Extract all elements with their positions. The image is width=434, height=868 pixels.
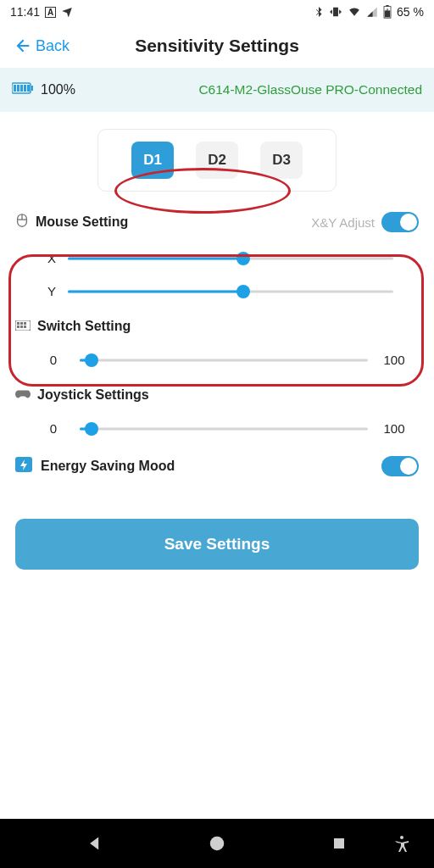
- x-slider-label: X: [41, 251, 56, 265]
- battery-icon: [383, 5, 392, 19]
- mouse-setting-title: Mouse Setting: [36, 214, 128, 230]
- bluetooth-icon: [314, 6, 324, 18]
- wifi-icon: [348, 6, 361, 18]
- joystick-max: 100: [381, 421, 407, 436]
- profile-selector: D1 D2 D3: [97, 129, 337, 192]
- status-time: 11:41: [10, 5, 40, 19]
- status-a-icon: A: [45, 7, 56, 18]
- device-battery: 100%: [41, 82, 75, 97]
- profile-d2[interactable]: D2: [196, 142, 238, 179]
- connection-banner: 100% C614-M2-GlassOuse PRO-Connected: [0, 68, 434, 112]
- switch-setting-title: Switch Setting: [37, 319, 131, 334]
- switch-min: 0: [41, 353, 66, 367]
- svg-rect-18: [20, 326, 23, 328]
- energy-saving-section: Energy Saving Mood: [0, 456, 434, 476]
- device-name: C614-M2-GlassOuse PRO-Connected: [198, 82, 422, 97]
- joystick-min: 0: [41, 421, 66, 436]
- svg-rect-6: [17, 85, 19, 92]
- nav-home-button[interactable]: [200, 826, 234, 860]
- svg-rect-16: [24, 322, 26, 325]
- status-airplane-icon: [61, 5, 73, 19]
- joystick-slider[interactable]: [80, 422, 368, 436]
- battery-full-icon: [12, 82, 34, 97]
- mouse-setting-section: Mouse Setting X&Y Adjust X Y: [0, 212, 434, 298]
- switch-icon: [15, 319, 31, 334]
- android-nav-bar: [0, 819, 434, 868]
- svg-rect-22: [334, 838, 344, 849]
- y-slider-label: Y: [41, 284, 56, 298]
- nav-recent-button[interactable]: [322, 826, 356, 860]
- svg-rect-14: [17, 322, 19, 325]
- switch-slider[interactable]: [80, 353, 368, 367]
- profile-d1[interactable]: D1: [131, 142, 174, 179]
- back-button[interactable]: Back: [14, 37, 70, 55]
- status-battery-pct: 65 %: [397, 5, 424, 19]
- vibrate-icon: [329, 6, 342, 18]
- svg-rect-4: [31, 86, 33, 91]
- switch-setting-section: Switch Setting 0 100: [0, 319, 434, 367]
- energy-icon: [15, 457, 32, 476]
- back-label: Back: [36, 37, 70, 55]
- save-settings-button[interactable]: Save Settings: [15, 519, 419, 570]
- svg-rect-9: [27, 85, 30, 92]
- xy-adjust-label: X&Y Adjust: [311, 215, 375, 230]
- page-title: Sensitivity Settings: [135, 36, 299, 56]
- svg-point-23: [400, 836, 403, 839]
- svg-rect-19: [24, 326, 26, 328]
- svg-rect-8: [24, 85, 26, 92]
- energy-saving-title: Energy Saving Mood: [41, 459, 175, 474]
- svg-rect-2: [385, 10, 390, 17]
- nav-accessibility-button[interactable]: [385, 826, 419, 860]
- nav-back-button[interactable]: [78, 826, 112, 860]
- x-slider[interactable]: [68, 252, 393, 265]
- switch-max: 100: [381, 353, 407, 367]
- xy-adjust-toggle[interactable]: [381, 212, 419, 232]
- svg-rect-1: [386, 5, 388, 7]
- profile-d3[interactable]: D3: [260, 142, 303, 179]
- svg-rect-15: [20, 322, 23, 325]
- svg-point-21: [210, 837, 225, 851]
- y-slider[interactable]: [68, 285, 393, 298]
- app-header: Back Sensitivity Settings: [0, 24, 434, 68]
- joystick-icon: [15, 387, 31, 403]
- android-status-bar: 11:41 A 65 %: [0, 0, 434, 24]
- arrow-left-icon: [14, 37, 31, 54]
- joystick-setting-section: Joystick Settings 0 100: [0, 387, 434, 436]
- svg-rect-5: [14, 85, 16, 92]
- svg-rect-17: [17, 326, 19, 328]
- svg-rect-7: [20, 85, 23, 92]
- signal-icon: [366, 6, 378, 18]
- energy-saving-toggle[interactable]: [381, 456, 419, 476]
- mouse-icon: [15, 213, 29, 231]
- joystick-setting-title: Joystick Settings: [37, 387, 149, 403]
